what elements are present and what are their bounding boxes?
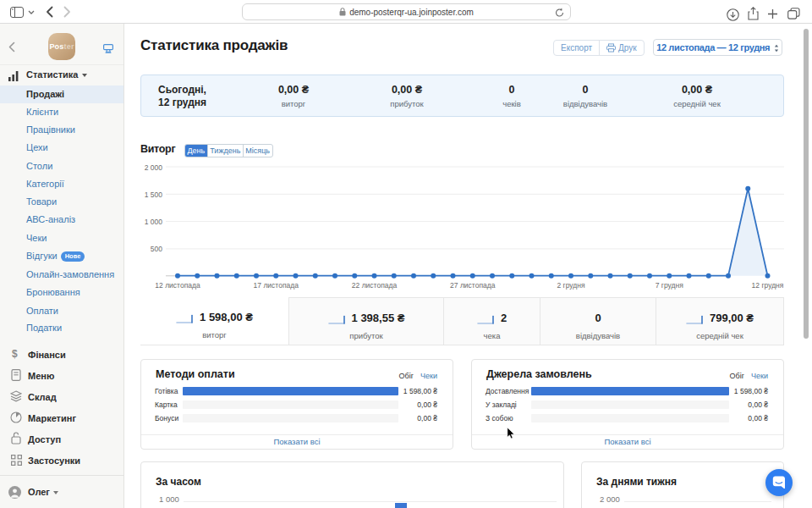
svg-text:22 листопада: 22 листопада — [352, 281, 398, 290]
svg-text:2 грудня: 2 грудня — [557, 281, 584, 290]
svg-text:27 листопада: 27 листопада — [450, 281, 496, 290]
svg-text:7 грудня: 7 грудня — [656, 281, 683, 290]
svg-text:1 500: 1 500 — [145, 190, 163, 199]
svg-text:500: 500 — [151, 245, 162, 253]
svg-text:12 листопада: 12 листопада — [155, 281, 200, 290]
svg-text:1 000: 1 000 — [145, 218, 163, 226]
svg-text:12 грудня: 12 грудня — [752, 281, 784, 290]
svg-text:17 листопада: 17 листопада — [254, 281, 299, 290]
svg-text:2 000: 2 000 — [145, 163, 163, 172]
